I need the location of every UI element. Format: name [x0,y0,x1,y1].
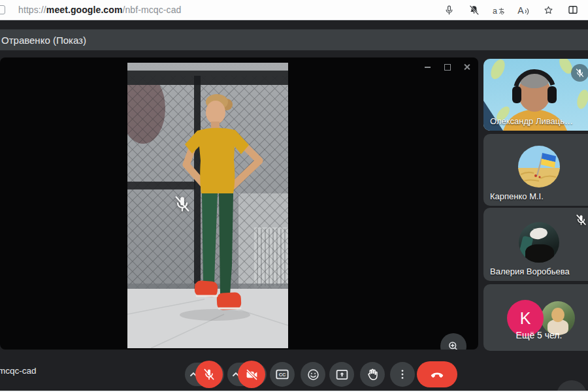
meeting-code: mcqc-cad [0,366,37,376]
avatar [518,146,560,188]
present-screen-icon [335,368,349,382]
participant-name: Валерия Воробьева [490,267,570,276]
more-options-button[interactable] [390,362,415,387]
translate-a-glyph: a [493,7,497,16]
shared-presentation[interactable] [0,57,478,350]
camera-off-icon [245,368,259,382]
close-icon[interactable] [461,61,473,72]
url-host: meet.google.com [46,5,123,15]
presented-video[interactable] [127,63,288,348]
hand-icon [366,368,379,381]
maximize-icon[interactable] [442,61,453,72]
participant-name: Олександр Ливаць… [490,116,573,126]
presentation-label-bar: Отравенко (Показ) [0,29,588,50]
url-scheme: https:// [18,5,46,15]
video-mic-muted-icon [173,195,191,213]
participant-tile-2[interactable]: Карпенко М.І. [483,134,588,206]
participant-tile-overflow[interactable]: K Ещё 5 чел. [483,284,588,351]
browser-toolbar-icons: a A [443,0,579,20]
captions-button[interactable]: CC [270,362,295,387]
shared-window-controls [422,61,473,72]
smiley-icon [306,368,320,382]
presentation-label: Отравенко (Показ) [1,35,86,46]
read-aloud-icon[interactable]: A [517,4,529,16]
minimize-icon[interactable] [422,61,434,72]
microphone-icon[interactable] [443,4,455,16]
reactions-button[interactable] [301,362,325,387]
meet-page: Отравенко (Показ) [0,21,588,391]
translate-icon[interactable]: a [493,4,504,16]
participant-tile-1[interactable]: Олександр Ливаць… [483,59,588,131]
meet-control-bar: mcqc-cad [0,353,588,391]
screen: https://meet.google.com/nbf-mcqc-cad a [0,0,588,392]
end-call-button[interactable] [417,361,457,387]
phone-hangup-icon [429,367,445,382]
mic-muted-icon [575,214,588,227]
camera-off-button[interactable] [238,361,265,388]
more-vertical-icon [396,368,409,381]
captions-label: CC [279,372,286,378]
raise-hand-button[interactable] [360,362,385,387]
split-screen-icon[interactable] [567,4,579,16]
participant-name: Карпенко М.І. [490,191,544,201]
notifications-muted-icon[interactable] [468,4,480,16]
browser-address-bar: https://meet.google.com/nbf-mcqc-cad a [0,0,588,20]
captions-icon: CC [275,367,289,382]
read-aloud-a-glyph: A [517,5,523,16]
mic-muted-button[interactable] [195,361,223,388]
url-path: /nbf-mcqc-cad [122,5,181,15]
overflow-count-label: Ещё 5 чел. [483,330,588,340]
gym-scene-illustration [127,63,288,348]
zoom-in-magnifier-icon [447,340,460,350]
participant-tile-3[interactable]: Валерия Воробьева [483,208,588,281]
avatar [519,222,559,263]
favorites-star-icon[interactable] [542,4,554,16]
zoom-in-button[interactable] [440,333,466,350]
tab-partial-icon[interactable] [0,5,5,14]
mic-off-icon [203,368,216,381]
url-field[interactable]: https://meet.google.com/nbf-mcqc-cad [18,0,181,20]
overflow-initial: K [520,309,531,328]
mic-muted-badge [571,64,588,82]
present-screen-button[interactable] [329,362,354,387]
